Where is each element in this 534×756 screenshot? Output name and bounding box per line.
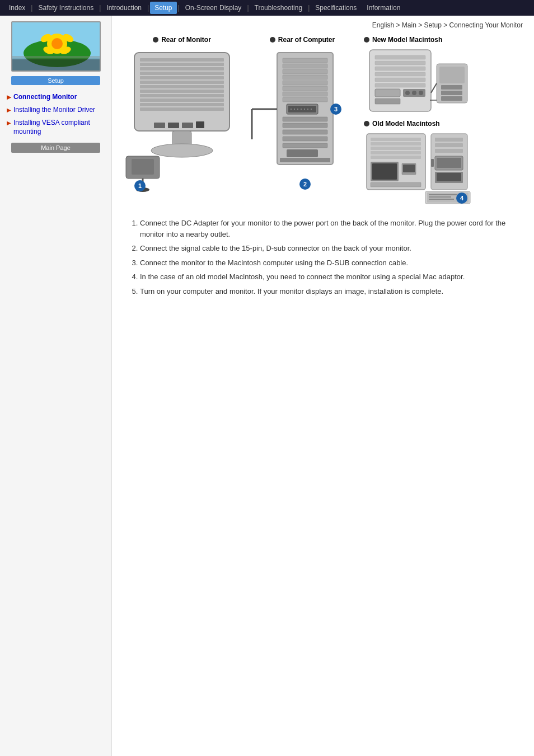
old-mac-label: Old Model Macintosh [364, 120, 440, 128]
svg-point-51 [307, 109, 308, 110]
svg-point-46 [291, 109, 292, 110]
svg-rect-39 [283, 75, 327, 79]
svg-rect-26 [168, 123, 179, 128]
svg-rect-102 [437, 158, 461, 168]
svg-rect-27 [182, 123, 193, 128]
svg-rect-22 [140, 107, 224, 111]
breadcrumb: English > Main > Setup > Connecting Your… [123, 21, 523, 29]
svg-rect-57 [283, 143, 327, 148]
nav-setup[interactable]: Setup [150, 2, 176, 14]
svg-rect-90 [371, 151, 421, 154]
nav-specifications[interactable]: Specifications [311, 2, 361, 14]
svg-rect-74 [375, 98, 400, 104]
svg-point-24 [151, 144, 213, 157]
svg-rect-108 [429, 196, 451, 198]
instruction-1: Connect the DC Adapter for your monitor … [140, 218, 523, 240]
sidebar: Setup ▶ Connecting Monitor ▶ Installing … [0, 16, 112, 756]
svg-line-84 [431, 83, 437, 93]
dot-icon [364, 37, 369, 43]
svg-rect-38 [283, 69, 327, 74]
navbar: Index | Safety Instructions | Introducti… [0, 0, 534, 16]
svg-rect-30 [132, 159, 154, 175]
svg-rect-42 [283, 92, 327, 96]
svg-rect-9 [12, 58, 101, 72]
new-mac-section: New Model Macintosh [364, 36, 476, 114]
nav-troubleshooting[interactable]: Troubleshooting [250, 2, 307, 14]
svg-rect-107 [429, 194, 457, 195]
nav-osd[interactable]: On-Screen Display [181, 2, 246, 14]
monitor-diagram: 1 [123, 47, 241, 194]
instructions-section: Connect the DC Adapter for your monitor … [123, 218, 523, 297]
nav-information[interactable]: Information [362, 2, 405, 14]
svg-rect-82 [441, 91, 462, 95]
svg-rect-41 [283, 86, 327, 91]
svg-point-47 [294, 109, 295, 110]
computer-diagram: 2 3 [246, 47, 358, 194]
instruction-3: Connect the monitor to the Macintosh com… [140, 257, 523, 269]
svg-rect-21 [140, 103, 224, 106]
nav-index[interactable]: Index [4, 2, 30, 14]
svg-rect-98 [435, 138, 463, 142]
svg-rect-68 [375, 61, 425, 65]
dot-icon [270, 37, 275, 43]
new-mac-label: New Model Macintosh [364, 36, 442, 44]
dot-icon [153, 37, 158, 43]
svg-text:3: 3 [334, 106, 338, 112]
sidebar-setup-label: Setup [11, 76, 100, 85]
svg-rect-83 [441, 96, 462, 101]
svg-point-78 [419, 91, 423, 95]
sidebar-item-vesa[interactable]: ▶ Installing VESA compliant mounting [4, 116, 107, 139]
arrow-icon: ▶ [7, 106, 11, 114]
svg-rect-13 [140, 67, 224, 71]
svg-rect-109 [429, 199, 454, 200]
sidebar-thumbnail [11, 21, 101, 72]
nav-safety[interactable]: Safety Instructions [34, 2, 98, 14]
svg-rect-100 [435, 149, 463, 153]
svg-rect-81 [441, 85, 462, 90]
svg-text:4: 4 [460, 195, 464, 201]
svg-rect-17 [140, 85, 224, 88]
svg-rect-28 [196, 121, 204, 128]
main-layout: Setup ▶ Connecting Monitor ▶ Installing … [0, 16, 534, 756]
svg-rect-93 [372, 163, 397, 180]
arrow-icon: ▶ [7, 119, 11, 127]
svg-rect-80 [439, 67, 465, 83]
svg-rect-15 [140, 76, 224, 79]
svg-rect-40 [283, 81, 327, 85]
svg-rect-14 [140, 72, 224, 75]
svg-rect-25 [154, 123, 165, 128]
sidebar-nav: ▶ Connecting Monitor ▶ Installing the Mo… [0, 91, 111, 138]
svg-rect-54 [283, 123, 327, 128]
svg-rect-19 [140, 94, 224, 97]
svg-rect-37 [283, 64, 327, 68]
svg-rect-53 [283, 117, 327, 121]
svg-rect-18 [140, 90, 224, 93]
svg-rect-8 [12, 56, 101, 58]
svg-rect-87 [371, 138, 421, 141]
svg-rect-99 [435, 143, 463, 147]
svg-rect-95 [403, 165, 415, 172]
svg-point-77 [412, 91, 416, 95]
svg-rect-58 [287, 149, 318, 157]
svg-rect-91 [371, 156, 421, 159]
dot-icon [364, 121, 369, 126]
svg-rect-110 [431, 159, 434, 167]
svg-rect-72 [375, 83, 425, 87]
svg-point-52 [311, 109, 312, 110]
svg-text:2: 2 [303, 181, 307, 187]
main-page-button[interactable]: Main Page [11, 143, 100, 153]
svg-rect-11 [140, 58, 224, 62]
svg-rect-69 [375, 67, 425, 71]
instruction-2: Connect the signal cable to the 15-pin, … [140, 243, 523, 254]
old-mac-section: Old Model Macintosh [364, 120, 476, 206]
sidebar-item-driver[interactable]: ▶ Installing the Monitor Driver [4, 104, 107, 116]
nav-introduction[interactable]: Introduction [102, 2, 146, 14]
svg-rect-36 [283, 58, 327, 63]
svg-rect-88 [371, 142, 421, 145]
svg-rect-89 [371, 147, 421, 150]
rear-monitor-label: Rear of Monitor [153, 36, 211, 44]
svg-rect-70 [375, 72, 425, 76]
svg-text:1: 1 [138, 182, 142, 189]
svg-rect-12 [140, 63, 224, 66]
sidebar-item-connecting[interactable]: ▶ Connecting Monitor [4, 91, 107, 104]
